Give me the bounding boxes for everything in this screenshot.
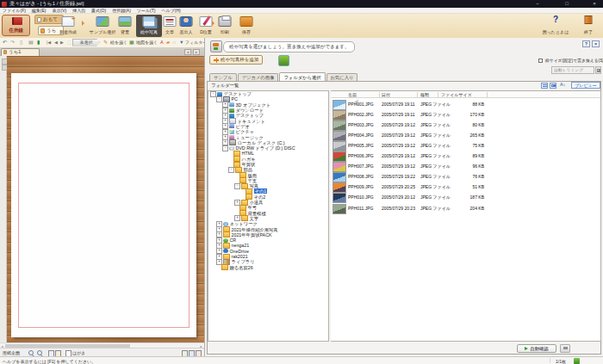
menu-item[interactable]: 表示(V) <box>53 8 67 13</box>
brush-icon[interactable]: ▰ <box>166 39 170 46</box>
address-book-button[interactable]: 住所録 <box>2 15 30 36</box>
design-canvas[interactable] <box>7 56 204 343</box>
sample-select-icon <box>96 16 109 27</box>
toolbar-button-background[interactable]: 背景 <box>115 15 135 37</box>
tree-item-label: ネットワーク <box>230 221 258 226</box>
source-tab-2[interactable]: フォルダから選択 <box>279 72 325 81</box>
menu-item[interactable]: ファイル(F) <box>3 8 26 13</box>
postcard-page[interactable] <box>11 73 196 337</box>
tab-scroll-left-icon[interactable]: ◂ <box>184 49 191 55</box>
column-header-0[interactable]: 名前 <box>348 92 357 97</box>
tree-item-label: ライブラリ <box>232 259 255 264</box>
toolbar-separator-arrow-icon <box>82 21 84 26</box>
source-tab-1[interactable]: デジカメの画像 <box>238 73 279 81</box>
column-header-1[interactable]: 日付 <box>382 92 390 97</box>
draw-picture-label[interactable]: 絵を描く <box>110 40 127 45</box>
unselect-button[interactable]: 未選択 <box>72 39 100 46</box>
tree-item[interactable]: 贈る名前26 <box>208 265 328 270</box>
draw-map-label[interactable]: 地図を描く <box>136 40 158 45</box>
toolbar-button-dm-position[interactable]: D位置 <box>195 15 217 37</box>
full-paper-button[interactable]: 用紙全面 <box>3 350 20 355</box>
file-size: 75 KB <box>441 143 484 148</box>
source-tab-3[interactable]: お気に入り <box>326 73 358 81</box>
menu-item[interactable]: 住所録(A) <box>112 8 131 13</box>
copy-icon[interactable]: ▤ <box>28 39 34 46</box>
column-header-2[interactable]: 種類 <box>420 92 429 97</box>
pane-help-button[interactable]: ? <box>582 40 590 47</box>
zoom-out-icon[interactable] <box>37 350 42 355</box>
add-picture-frame-button[interactable]: 絵や写真枠を追加 <box>209 55 263 65</box>
tab-scroll-right-icon[interactable]: ▸ <box>193 49 200 55</box>
column-divider[interactable] <box>487 92 488 97</box>
thumbnail-view-icon[interactable] <box>550 83 556 89</box>
column-divider[interactable] <box>438 92 438 97</box>
source-tab-0[interactable]: サンプル <box>209 73 237 81</box>
trimming-select[interactable]: 自動トリミング <box>551 66 594 74</box>
help-button[interactable]: ? 困ったときは <box>541 15 570 37</box>
filter-icon[interactable]: ▼ <box>179 39 183 46</box>
exit-button[interactable]: 終了 <box>577 15 600 37</box>
pane-close-button[interactable]: × <box>592 40 600 47</box>
download-icon <box>229 108 234 113</box>
menu-item[interactable]: 書式(O) <box>91 8 106 13</box>
undo-icon[interactable]: ↶ <box>3 39 7 46</box>
maximize-button[interactable]: □ <box>560 0 574 8</box>
toolbar-button-label: 背景 <box>115 29 135 34</box>
file-row[interactable]: PPH001.JPG2005/07/29 19:11JPEG ファイル88 KB <box>331 99 600 109</box>
file-row[interactable]: PPH002.JPG2005/07/29 19:11JPEG ファイル170 K… <box>331 109 600 120</box>
address-list-icon[interactable]: ▮ <box>37 39 40 46</box>
preview-toggle-button[interactable]: プレビュー <box>571 82 600 89</box>
toolbar-button-new-document[interactable]: 新規作成 <box>53 15 83 37</box>
file-date: 2005/07/29 19:12 <box>382 122 415 127</box>
file-row[interactable]: PPH005.JPG2005/07/29 19:12JPEG ファイル75 KB <box>331 140 600 151</box>
file-row[interactable]: PPH008.JPG2005/07/29 19:22JPEG ファイル76 KB <box>331 171 600 182</box>
file-size: 265 KB <box>441 133 484 138</box>
file-row[interactable]: PPH009.JPG2005/07/29 20:25JPEG ファイル51 KB <box>331 182 600 192</box>
selection-box-icon[interactable]: ⬚ <box>67 39 71 46</box>
file-row[interactable]: PPH006.JPG2005/07/29 19:12JPEG ファイル89 KB <box>331 151 600 161</box>
tree-item-label: 年号 <box>248 205 258 210</box>
delete-icon[interactable]: ▯ <box>20 39 22 46</box>
zoom-in-icon[interactable] <box>28 350 34 355</box>
file-name: PPH004.JPG <box>348 133 374 138</box>
toolbar-button-save[interactable]: 保存 <box>237 15 256 37</box>
minimize-button[interactable]: − <box>531 0 544 8</box>
column-divider[interactable] <box>379 92 380 97</box>
file-row[interactable]: PPH004.JPG2005/07/29 19:12JPEG ファイル265 K… <box>331 130 600 140</box>
file-date: 2005/07/29 20:25 <box>382 184 415 189</box>
menu-item[interactable]: 編集(E) <box>32 8 47 13</box>
file-row[interactable]: PPH011.JPG2005/07/29 20:23JPEG ファイル204 K… <box>331 203 600 213</box>
tree-item-label: ミュージック <box>236 135 264 140</box>
page-tab-ura1[interactable]: うら1 <box>1 48 40 56</box>
print-preview-icon[interactable] <box>560 344 570 353</box>
text-color-icon[interactable]: A <box>160 39 164 46</box>
draw-pencil-icon[interactable]: ✎ <box>103 39 108 46</box>
fixed-size-checkbox[interactable] <box>538 59 543 63</box>
close-button[interactable]: × <box>587 0 601 8</box>
prev-page-icon[interactable]: ◀ <box>54 39 58 46</box>
next-page-icon[interactable]: ▶ <box>60 39 64 46</box>
material-icon[interactable] <box>278 55 289 66</box>
file-row[interactable]: PPH010.JPG2005/07/29 20:12JPEG ファイル187 K… <box>331 192 600 202</box>
map-icon[interactable]: ▦ <box>129 39 134 46</box>
sort-icon[interactable]: A↓ <box>560 82 565 87</box>
menu-item[interactable]: ヘルプ(H) <box>161 8 180 13</box>
toolbar-button-pictures-photos[interactable]: 絵や写真 <box>136 15 162 37</box>
list-view-icon[interactable] <box>541 83 548 89</box>
menu-item[interactable]: 挿入(I) <box>72 8 85 13</box>
first-page-icon[interactable]: |◀ <box>47 39 51 46</box>
menu-item[interactable]: ツール(T) <box>137 8 156 13</box>
file-row[interactable]: PPH007.JPG2005/07/29 19:12JPEG ファイル96 KB <box>331 161 600 171</box>
file-row[interactable]: PPH003.JPG2005/07/29 19:12JPEG ファイル80 KB <box>331 120 600 130</box>
auto-check-button[interactable]: 自動確認 <box>517 344 556 353</box>
frame-icon[interactable]: ▱ <box>172 39 176 46</box>
fixed-size-checkbox-label[interactable]: 枠サイズ(固定)で置き換える(S) <box>545 58 603 63</box>
column-header-3[interactable]: ファイルサイズ <box>441 92 472 97</box>
file-date: 2005/07/29 20:12 <box>382 194 415 200</box>
toolbar-button-print[interactable]: 印刷 <box>215 15 234 37</box>
redo-icon[interactable]: ↷ <box>10 39 15 46</box>
column-divider[interactable] <box>417 92 418 97</box>
tree-item-label: 年賀状 <box>242 162 256 167</box>
tree-item-label: OneDrive <box>230 249 249 254</box>
trimming-options-button[interactable] <box>595 66 601 74</box>
